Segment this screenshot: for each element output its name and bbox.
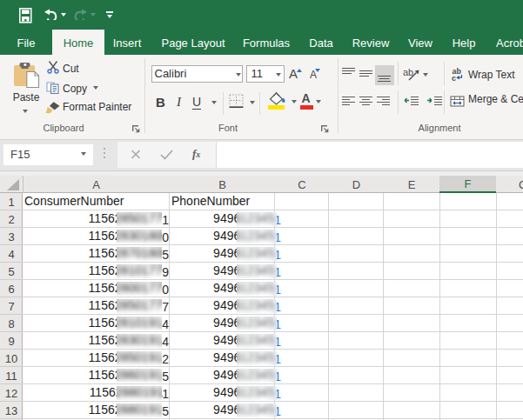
svg-text:c: c (452, 74, 456, 83)
